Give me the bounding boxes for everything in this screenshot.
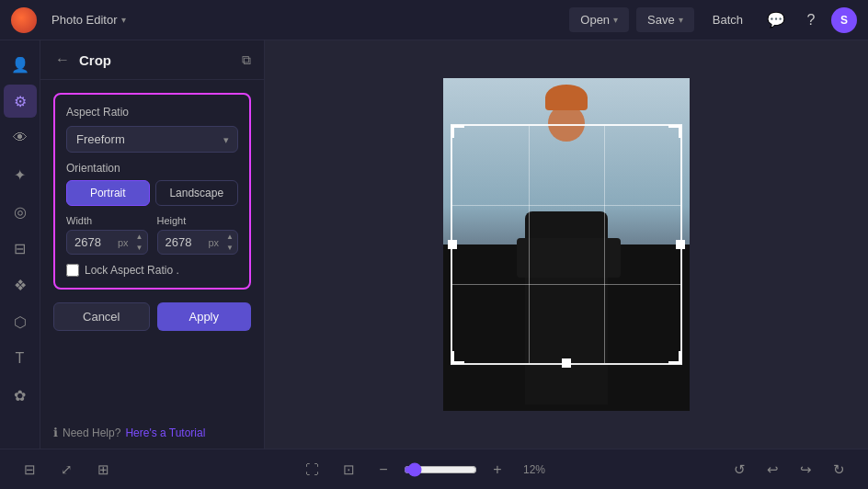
open-chevron: ▾ <box>613 15 618 25</box>
cancel-button[interactable]: Cancel <box>53 302 150 331</box>
app-title-chevron: ▾ <box>121 15 126 25</box>
zoom-percent: 12% <box>518 463 545 476</box>
info-icon: ℹ <box>53 426 58 439</box>
height-spin-up[interactable]: ▲ <box>223 232 237 243</box>
shapes-icon-button[interactable]: ❖ <box>4 268 37 301</box>
batch-button[interactable]: Batch <box>702 7 754 32</box>
panel-title: Crop <box>79 52 111 68</box>
reset-button[interactable]: ↺ <box>725 455 754 484</box>
aspect-ratio-label: Aspect Ratio <box>66 106 238 119</box>
apply-button[interactable]: Apply <box>157 302 252 331</box>
open-button[interactable]: Open ▾ <box>569 7 629 32</box>
save-chevron: ▾ <box>679 15 683 25</box>
aspect-ratio-wrapper: Freeform 1:1 4:3 16:9 3:2 5:4 ▾ <box>66 126 238 153</box>
zoom-slider[interactable] <box>404 462 477 477</box>
width-spin-down[interactable]: ▼ <box>132 243 147 254</box>
topbar-icons: 💬 ? S <box>761 6 857 35</box>
text-icon-button[interactable]: T <box>4 342 37 375</box>
landscape-button[interactable]: Landscape <box>155 180 239 206</box>
chat-icon-button[interactable]: 💬 <box>761 6 791 35</box>
lock-aspect-label: Lock Aspect Ratio . <box>85 264 179 277</box>
help-row: ℹ Need Help? Here's a Tutorial <box>40 416 264 449</box>
eye-icon-button[interactable]: 👁 <box>4 121 37 154</box>
orientation-section: Orientation Portrait Landscape <box>66 162 238 206</box>
panel-header: ← Crop ⧉ <box>40 40 264 80</box>
height-spinners: ▲ ▼ <box>223 232 237 254</box>
portrait-button[interactable]: Portrait <box>66 180 150 206</box>
side-panel: ← Crop ⧉ Aspect Ratio Freeform 1:1 4:3 1… <box>40 40 265 449</box>
avatar[interactable]: S <box>831 7 857 33</box>
crop-settings-section: Aspect Ratio Freeform 1:1 4:3 16:9 3:2 5… <box>53 93 251 290</box>
height-unit: px <box>204 237 223 248</box>
zoom-in-button[interactable]: + <box>485 457 510 483</box>
dimensions-section: Width px ▲ ▼ Height <box>66 215 238 255</box>
height-group: Height px ▲ ▼ <box>157 215 239 255</box>
crop-panel-content: Aspect Ratio Freeform 1:1 4:3 16:9 3:2 5… <box>40 80 264 416</box>
height-input[interactable] <box>158 231 205 254</box>
width-input[interactable] <box>67 231 114 254</box>
width-spinners: ▲ ▼ <box>132 232 147 254</box>
height-input-wrap: px ▲ ▼ <box>157 230 239 255</box>
app-title-button[interactable]: Photo Editor ▾ <box>44 9 133 30</box>
adjustments-icon-button[interactable]: ⚙ <box>4 85 37 118</box>
plugin-icon-button[interactable]: ✿ <box>4 379 37 412</box>
crop-fit-button[interactable]: ⊡ <box>334 455 363 484</box>
width-input-wrap: px ▲ ▼ <box>66 230 148 255</box>
panel-back-button[interactable]: ← <box>53 50 72 70</box>
width-label: Width <box>66 215 148 226</box>
bottom-right-tools: ↺ ↩ ↪ ↻ <box>725 455 853 484</box>
layers-bottom-button[interactable]: ⊟ <box>15 455 44 484</box>
help-text: Need Help? <box>63 426 120 439</box>
lock-aspect-checkbox[interactable] <box>66 264 79 277</box>
redo-button[interactable]: ↪ <box>791 455 820 484</box>
magic-icon-button[interactable]: ✦ <box>4 158 37 191</box>
app-title-label: Photo Editor <box>51 13 118 27</box>
main-area: 👤 ⚙ 👁 ✦ ◎ ⊟ ❖ ⬡ T ✿ ← Crop ⧉ Aspect Rati… <box>0 40 868 449</box>
help-icon-button[interactable]: ? <box>796 6 826 35</box>
bottom-center-tools: ⛶ ⊡ − + 12% <box>297 455 545 484</box>
canvas-area[interactable] <box>265 40 868 449</box>
orientation-buttons: Portrait Landscape <box>66 180 238 206</box>
tutorial-link[interactable]: Here's a Tutorial <box>125 426 205 439</box>
transform-bottom-button[interactable]: ⤢ <box>51 455 81 484</box>
action-buttons: Cancel Apply <box>53 302 251 331</box>
image-container <box>443 78 690 411</box>
fit-button[interactable]: ⛶ <box>297 455 326 484</box>
aspect-ratio-select[interactable]: Freeform 1:1 4:3 16:9 3:2 5:4 <box>66 126 238 153</box>
panel-copy-button[interactable]: ⧉ <box>242 52 251 68</box>
width-spin-up[interactable]: ▲ <box>132 232 147 243</box>
save-button[interactable]: Save ▾ <box>636 7 694 32</box>
photo-image <box>443 78 690 411</box>
undo-button[interactable]: ↩ <box>758 455 787 484</box>
layers-icon-button[interactable]: ⊟ <box>4 232 37 265</box>
topbar: Photo Editor ▾ Open ▾ Save ▾ Batch 💬 ? S <box>0 0 868 40</box>
lock-aspect-row: Lock Aspect Ratio . <box>66 264 238 277</box>
zoom-out-button[interactable]: − <box>371 457 396 483</box>
app-logo <box>11 7 37 33</box>
bottom-left-tools: ⊟ ⤢ ⊞ <box>15 455 118 484</box>
export-icon-button[interactable]: ⬡ <box>4 305 37 338</box>
bottom-bar: ⊟ ⤢ ⊞ ⛶ ⊡ − + 12% ↺ ↩ ↪ ↻ <box>0 449 868 489</box>
dimensions-row: Width px ▲ ▼ Height <box>66 215 238 255</box>
height-label: Height <box>157 215 239 226</box>
icon-bar: 👤 ⚙ 👁 ✦ ◎ ⊟ ❖ ⬡ T ✿ <box>0 40 40 449</box>
filter-icon-button[interactable]: ◎ <box>4 195 37 228</box>
height-spin-down[interactable]: ▼ <box>223 243 237 254</box>
redo-alt-button[interactable]: ↻ <box>824 455 853 484</box>
people-icon-button[interactable]: 👤 <box>4 48 37 81</box>
orientation-label: Orientation <box>66 162 238 175</box>
grid-bottom-button[interactable]: ⊞ <box>88 455 118 484</box>
width-group: Width px ▲ ▼ <box>66 215 148 255</box>
width-unit: px <box>114 237 132 248</box>
